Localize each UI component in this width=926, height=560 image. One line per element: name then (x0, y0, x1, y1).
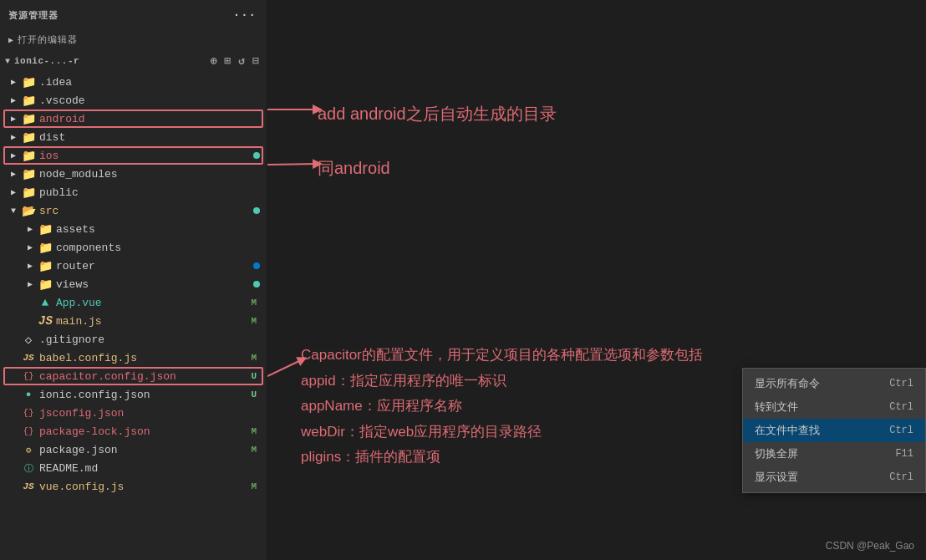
modified-indicator (253, 262, 260, 269)
folder-icon: 📁 (38, 222, 52, 237)
file-name: assets (56, 223, 267, 236)
tree-item-router[interactable]: ▶ 📁 router (0, 257, 267, 275)
menu-shortcut: Ctrl (889, 425, 913, 436)
menu-shortcut: F11 (895, 448, 913, 460)
tree-item-packagelock[interactable]: ▶ {} package-lock.json M (0, 422, 267, 440)
folder-icon: 📁 (22, 167, 35, 181)
tree-item-idea[interactable]: ▶ 📁 .idea (0, 73, 267, 91)
folder-icon: 📁 (22, 94, 35, 108)
tree-item-vueconfig[interactable]: ▶ JS vue.config.js M (0, 477, 267, 496)
file-name: jsconfig.json (39, 407, 267, 420)
file-name: package.json (39, 444, 247, 456)
tree-item-mainjs[interactable]: ▶ JS main.js M (0, 312, 267, 330)
tree-item-readme[interactable]: ▶ ⓘ README.md (0, 459, 267, 477)
modified-indicator (253, 152, 260, 159)
tree-item-node-modules[interactable]: ▶ 📁 node_modules (0, 165, 267, 183)
open-editors-section[interactable]: ▶ 打开的编辑器 (0, 30, 267, 49)
folder-icon: 📁 (22, 186, 35, 200)
folder-icon: 📁 (38, 277, 52, 292)
refresh-icon[interactable]: ↺ (237, 53, 247, 69)
context-menu-item-goto-file[interactable]: 转到文件 Ctrl (743, 395, 925, 419)
capacitor-annotation: Capacitor的配置文件，用于定义项目的各种配置选项和参数包括 appid：… (301, 343, 734, 471)
android-annotation-text: add android之后自动生成的目录 (318, 104, 557, 123)
svg-line-2 (267, 359, 303, 376)
file-name: README.md (39, 462, 267, 475)
json-file-icon: {} (22, 408, 35, 418)
tree-item-appvue[interactable]: ▶ ▲ App.vue M (0, 293, 267, 312)
collapse-icon[interactable]: ⊟ (251, 53, 262, 69)
sidebar-header-icons: ··· (232, 7, 258, 23)
tree-item-gitignore[interactable]: ▶ ◇ .gitignore (0, 330, 267, 349)
tree-item-ios[interactable]: ▶ 📁 ios (0, 146, 267, 165)
chevron-down-icon: ▼ (5, 57, 11, 66)
watermark: CSDN @Peak_Gao (826, 540, 914, 552)
tree-item-vscode[interactable]: ▶ 📁 .vscode (0, 91, 267, 109)
file-name: babel.config.js (39, 352, 247, 364)
collapse-arrow: ▶ (7, 132, 20, 142)
file-tree: ▶ 📁 .idea ▶ 📁 .vscode ▶ 📁 android ▶ 📁 di… (0, 73, 267, 560)
collapse-arrow: ▶ (7, 150, 20, 160)
project-name: ionic-...-r (14, 56, 79, 66)
tree-item-packagejson[interactable]: ▶ ⚙ package.json M (0, 440, 267, 459)
folder-icon: 📁 (22, 112, 35, 126)
file-name: node_modules (39, 168, 267, 181)
tree-item-assets[interactable]: ▶ 📁 assets (0, 220, 267, 238)
collapse-arrow: ▶ (7, 77, 20, 87)
tree-item-android[interactable]: ▶ 📁 android (0, 109, 267, 128)
new-folder-icon[interactable]: ⊞ (223, 53, 234, 69)
file-name: public (39, 186, 267, 199)
tree-item-jsconfigjson[interactable]: ▶ {} jsconfig.json (0, 404, 267, 422)
context-menu-item-fullscreen[interactable]: 切换全屏 F11 (743, 442, 925, 466)
tree-item-public[interactable]: ▶ 📁 public (0, 183, 267, 201)
md-file-icon: ⓘ (22, 462, 35, 475)
project-header-icons: ⊕ ⊞ ↺ ⊟ (209, 53, 262, 69)
collapse-arrow: ▶ (7, 114, 20, 124)
sidebar-header: 资源管理器 ··· (0, 0, 267, 30)
collapse-arrow: ▶ (23, 261, 37, 271)
js-file-icon: JS (38, 314, 52, 328)
file-name: .idea (39, 76, 267, 89)
new-file-icon[interactable]: ⊕ (209, 53, 220, 69)
tree-item-babelconfig[interactable]: ▶ JS babel.config.js M (0, 349, 267, 367)
ios-annotation: 同android (318, 155, 390, 181)
context-menu-item-all-commands[interactable]: 显示所有命令 Ctrl (743, 372, 925, 395)
capacitor-line-1: Capacitor的配置文件，用于定义项目的各种配置选项和参数包括 (301, 343, 734, 369)
capacitor-line-4: webDir：指定web应用程序的目录路径 (301, 420, 734, 445)
json-file-icon: ● (22, 389, 35, 400)
menu-label: 切换全屏 (755, 446, 798, 461)
file-name: components (56, 242, 267, 254)
folder-icon: 📁 (22, 75, 35, 89)
file-name: main.js (56, 315, 247, 328)
tree-item-components[interactable]: ▶ 📁 components (0, 238, 267, 257)
modified-badge: M (247, 481, 260, 491)
file-name: vue.config.js (39, 481, 247, 493)
tree-item-src[interactable]: ▼ 📂 src (0, 201, 267, 220)
tree-item-capacitorconfig[interactable]: ▶ {} capacitor.config.json U (0, 367, 267, 385)
modified-badge: M (247, 353, 260, 363)
ios-annotation-text: 同android (318, 159, 390, 177)
collapse-arrow: ▶ (7, 187, 20, 197)
tree-item-views[interactable]: ▶ 📁 views (0, 275, 267, 293)
svg-line-1 (267, 164, 318, 165)
folder-icon: 📁 (22, 149, 35, 163)
menu-shortcut: Ctrl (889, 378, 913, 389)
file-name: router (56, 260, 253, 272)
capacitor-line-5: pligins：插件的配置项 (301, 445, 734, 471)
sidebar-title: 资源管理器 (8, 9, 59, 22)
tree-item-ionicconfig[interactable]: ▶ ● ionic.config.json U (0, 385, 267, 404)
vue-file-icon: ▲ (38, 296, 52, 309)
modified-indicator (253, 207, 260, 214)
tree-item-dist[interactable]: ▶ 📁 dist (0, 128, 267, 146)
context-menu-item-settings[interactable]: 显示设置 Ctrl (743, 466, 925, 489)
file-name: package-lock.json (39, 425, 247, 438)
menu-label: 显示设置 (755, 470, 798, 485)
project-header[interactable]: ▼ ionic-...-r ⊕ ⊞ ↺ ⊟ (0, 49, 267, 73)
collapse-arrow: ▶ (23, 224, 37, 234)
context-menu-item-find-in-files[interactable]: 在文件中查找 Ctrl (743, 419, 925, 442)
more-icon[interactable]: ··· (232, 7, 258, 23)
json-file-icon: {} (22, 426, 35, 436)
file-name: .vscode (39, 94, 267, 107)
modified-badge: M (247, 426, 260, 436)
collapse-arrow: ▶ (7, 169, 20, 179)
file-name: capacitor.config.json (39, 370, 247, 383)
